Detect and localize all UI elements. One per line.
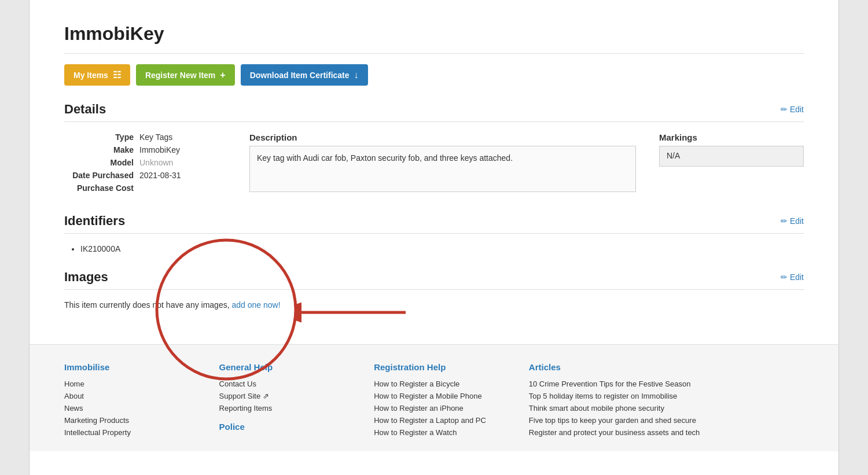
type-row: Type Key Tags xyxy=(64,132,226,142)
pencil-icon-2: ✏ xyxy=(781,216,788,226)
purchase-cost-label: Purchase Cost xyxy=(64,183,134,193)
list-item: Think smart about mobile phone security xyxy=(529,403,804,413)
model-value: Unknown xyxy=(139,158,173,167)
download-label: Download Item Certificate xyxy=(250,71,350,80)
footer-link[interactable]: Five top tips to keep your garden and sh… xyxy=(529,416,696,425)
footer-link[interactable]: How to Register an iPhone xyxy=(374,404,464,413)
footer-link[interactable]: Intellectual Property xyxy=(64,428,131,437)
description-label: Description xyxy=(249,132,636,142)
details-header: Details ✏ Edit xyxy=(64,102,804,122)
date-purchased-row: Date Purchased 2021-08-31 xyxy=(64,171,226,180)
footer-link[interactable]: Marketing Products xyxy=(64,416,129,425)
site-title: ImmobiKey xyxy=(64,12,804,54)
register-label: Register New Item xyxy=(145,71,215,80)
arrow-annotation xyxy=(296,298,411,327)
list-icon: ☷ xyxy=(113,69,121,80)
list-item: How to Register a Watch xyxy=(374,428,512,437)
identifiers-title: Identifiers xyxy=(64,213,125,229)
description-value: Key tag with Audi car fob, Paxton securi… xyxy=(249,146,636,192)
list-item: Intellectual Property xyxy=(64,428,202,437)
list-item: News xyxy=(64,403,202,413)
type-value: Key Tags xyxy=(139,132,172,142)
pencil-icon-3: ✏ xyxy=(781,273,788,282)
footer-link[interactable]: How to Register a Laptop and PC xyxy=(374,416,486,425)
footer-link[interactable]: News xyxy=(64,404,83,413)
download-certificate-button[interactable]: Download Item Certificate ↓ xyxy=(241,64,368,86)
svg-point-0 xyxy=(157,240,296,379)
toolbar: My Items ☷ Register New Item + Download … xyxy=(64,64,804,86)
description-panel: Description Key tag with Audi car fob, P… xyxy=(249,132,636,196)
list-item: Five top tips to keep your garden and sh… xyxy=(529,415,804,425)
details-left-panel: Type Key Tags Make ImmobiKey Model Unkno… xyxy=(64,132,226,196)
details-title: Details xyxy=(64,102,106,117)
footer-col2-police-title: Police xyxy=(219,422,357,432)
model-row: Model Unknown xyxy=(64,158,226,167)
details-grid: Type Key Tags Make ImmobiKey Model Unkno… xyxy=(64,132,804,196)
footer-link[interactable]: Reporting Items xyxy=(219,404,273,413)
footer-link[interactable]: How to Register a Watch xyxy=(374,428,457,437)
list-item: Marketing Products xyxy=(64,415,202,425)
date-purchased-value: 2021-08-31 xyxy=(139,171,181,180)
circle-annotation xyxy=(145,229,307,391)
markings-panel: Markings N/A xyxy=(659,132,804,196)
make-value: ImmobiKey xyxy=(139,145,180,154)
list-item: How to Register a Laptop and PC xyxy=(374,415,512,425)
make-label: Make xyxy=(64,145,134,154)
footer-link[interactable]: Register and protect your business asset… xyxy=(529,428,700,437)
footer-link[interactable]: Think smart about mobile phone security xyxy=(529,404,664,413)
plus-icon: + xyxy=(220,70,225,80)
markings-label: Markings xyxy=(659,132,804,142)
identifiers-edit-link[interactable]: ✏ Edit xyxy=(781,216,804,226)
pencil-icon: ✏ xyxy=(781,105,788,114)
type-label: Type xyxy=(64,132,134,142)
images-edit-link[interactable]: ✏ Edit xyxy=(781,273,804,282)
register-new-item-button[interactable]: Register New Item + xyxy=(136,64,235,86)
list-item: How to Register an iPhone xyxy=(374,403,512,413)
images-section: Images ✏ Edit This item currently does n… xyxy=(64,270,804,310)
my-items-label: My Items xyxy=(73,71,108,80)
images-title: Images xyxy=(64,270,108,285)
purchase-cost-row: Purchase Cost xyxy=(64,183,226,193)
details-section: Details ✏ Edit Type Key Tags Make Immobi… xyxy=(64,102,804,196)
make-row: Make ImmobiKey xyxy=(64,145,226,154)
download-icon: ↓ xyxy=(354,70,359,80)
my-items-button[interactable]: My Items ☷ xyxy=(64,64,130,86)
details-edit-link[interactable]: ✏ Edit xyxy=(781,105,804,114)
list-item: Register and protect your business asset… xyxy=(529,428,804,437)
markings-value: N/A xyxy=(659,146,804,167)
date-purchased-label: Date Purchased xyxy=(64,171,134,180)
model-label: Model xyxy=(64,158,134,167)
list-item: Reporting Items xyxy=(219,403,357,413)
